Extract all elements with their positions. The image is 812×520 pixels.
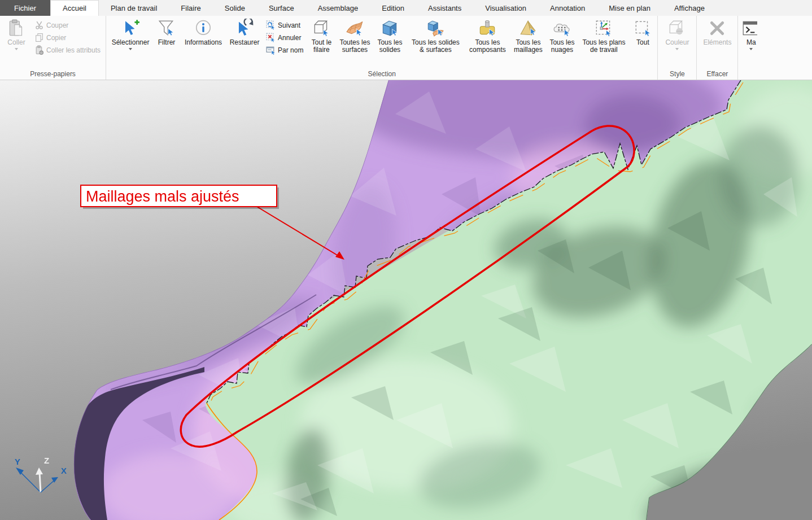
color-style-label: Couleur	[665, 39, 689, 46]
ribbon-group-selection: Sélectionner Filtrer Informations Restau…	[106, 16, 658, 80]
filter-button[interactable]: Filtrer	[153, 16, 180, 46]
erase-elements-button[interactable]: Eléments	[699, 16, 736, 46]
all-solids-button[interactable]: Tous lessolides	[373, 16, 406, 54]
color-style-icon	[667, 19, 687, 38]
all-wireframe-button[interactable]: Tout lefilaire	[307, 16, 336, 54]
select-all-button[interactable]: Tout	[630, 16, 656, 46]
ribbon-group-clipboard: Coller Couper Copier Coller les attribut…	[0, 16, 106, 80]
select-all-box-icon	[633, 19, 652, 38]
scissors-icon	[34, 20, 44, 30]
all-solids-surfaces-button[interactable]: Tous les solides& surfaces	[406, 16, 465, 54]
dropdown-caret	[749, 48, 753, 50]
ribbon-group-style: Couleur Style	[658, 16, 697, 80]
solid-cube-icon	[380, 19, 399, 38]
by-name-window-icon	[266, 45, 276, 55]
tab-assemblage[interactable]: Assemblage	[306, 0, 370, 16]
erase-x-icon	[708, 19, 727, 38]
restore-button[interactable]: Restaurer	[226, 16, 263, 46]
axis-z-label: Z	[44, 456, 49, 465]
all-surfaces-button[interactable]: Toutes lessurfaces	[336, 16, 373, 54]
paste-label: Coller	[7, 39, 25, 46]
surface-mesh-icon	[345, 19, 364, 38]
viewport-canvas[interactable]: Maillages mals ajustés Y Z X	[0, 80, 812, 520]
paste-attributes-icon	[34, 45, 44, 55]
select-label: Sélectionner	[112, 39, 150, 46]
paste-attributes-button[interactable]: Coller les attributs	[34, 45, 101, 55]
axis-y-label: Y	[15, 457, 20, 466]
select-button[interactable]: Sélectionner	[108, 16, 153, 50]
tab-mise-en-plan[interactable]: Mise en plan	[597, 0, 662, 16]
all-clouds-button[interactable]: Tous lesnuages	[546, 16, 578, 54]
point-cloud-icon	[552, 19, 571, 38]
select-by-name-button[interactable]: Par nom	[266, 45, 303, 55]
macros-button[interactable]: Ma	[741, 16, 757, 50]
ribbon-group-overflow: Ma	[738, 16, 757, 80]
erase-elements-label: Eléments	[703, 39, 731, 46]
all-wireframe-label: Tout lefilaire	[312, 39, 331, 54]
component-icon	[478, 19, 497, 38]
tab-edition[interactable]: Edition	[370, 0, 416, 16]
tab-affichage[interactable]: Affichage	[662, 0, 717, 16]
application-window: Fichier Accueil Plan de travail Filaire …	[0, 0, 812, 520]
cursor-plus-icon	[121, 19, 140, 38]
select-all-label: Tout	[636, 39, 649, 46]
cut-button[interactable]: Couper	[34, 20, 101, 30]
tab-plan-de-travail[interactable]: Plan de travail	[99, 0, 169, 16]
copy-button[interactable]: Copier	[34, 33, 101, 42]
tab-visualisation[interactable]: Visualisation	[473, 0, 538, 16]
mesh-pyramid-icon	[518, 19, 538, 38]
color-style-button[interactable]: Couleur	[660, 16, 695, 50]
annotation-text: Maillages mals ajustés	[86, 188, 239, 205]
all-clouds-label: Tous lesnuages	[549, 39, 574, 54]
next-selection-button[interactable]: Suivant	[266, 20, 303, 30]
group-label-selection: Sélection	[108, 69, 656, 80]
all-workplanes-label: Tous les plansde travail	[582, 39, 625, 54]
ribbon: Coller Couper Copier Coller les attribut…	[0, 16, 812, 80]
wireframe-cube-icon	[312, 19, 331, 38]
group-label-clipboard: Presse-papiers	[2, 69, 104, 80]
group-label-erase: Effacer	[699, 69, 736, 80]
tab-filaire[interactable]: Filaire	[169, 0, 212, 16]
info-icon	[194, 19, 213, 38]
all-workplanes-button[interactable]: Tous les plansde travail	[578, 16, 630, 54]
tab-fichier[interactable]: Fichier	[0, 0, 50, 16]
cancel-selection-icon	[266, 33, 276, 42]
ribbon-tab-bar: Fichier Accueil Plan de travail Filaire …	[0, 0, 812, 16]
tab-solide[interactable]: Solide	[213, 0, 257, 16]
ribbon-group-erase: Eléments Effacer	[697, 16, 738, 80]
all-components-label: Tous lescomposants	[469, 39, 506, 54]
restore-label: Restaurer	[230, 39, 260, 46]
annotation-label[interactable]: Maillages mals ajustés	[81, 185, 279, 209]
refresh-selection-icon	[266, 20, 276, 30]
all-meshes-button[interactable]: Tous lesmaillages	[510, 16, 546, 54]
all-solids-surfaces-label: Tous les solides& surfaces	[412, 39, 460, 54]
tab-assistants[interactable]: Assistants	[416, 0, 473, 16]
dropdown-caret	[675, 48, 679, 50]
informations-button[interactable]: Informations	[180, 16, 226, 46]
tab-surface[interactable]: Surface	[257, 0, 306, 16]
all-meshes-label: Tous lesmaillages	[514, 39, 543, 54]
all-surfaces-label: Toutes lessurfaces	[339, 39, 370, 54]
cancel-selection-button[interactable]: Annuler	[266, 33, 303, 42]
tab-accueil[interactable]: Accueil	[50, 0, 99, 16]
workplane-icon	[594, 19, 613, 38]
all-solids-label: Tous lessolides	[377, 39, 402, 54]
filter-funnel-icon	[157, 19, 176, 38]
axis-x-label: X	[61, 466, 67, 475]
paste-button[interactable]: Coller	[2, 16, 31, 50]
viewport-3d[interactable]: Maillages mals ajustés Y Z X	[0, 80, 812, 520]
solid-surface-icon	[426, 19, 445, 38]
filter-label: Filtrer	[158, 39, 176, 46]
cursor-undo-icon	[235, 19, 254, 38]
informations-label: Informations	[185, 39, 222, 46]
paste-icon	[7, 19, 26, 38]
tab-annotation[interactable]: Annotation	[538, 0, 597, 16]
dropdown-caret	[129, 48, 132, 50]
all-components-button[interactable]: Tous lescomposants	[465, 16, 510, 54]
macros-console-icon	[741, 19, 757, 38]
group-label-style: Style	[660, 69, 695, 80]
copy-icon	[34, 33, 44, 42]
macros-label: Ma	[746, 39, 756, 46]
dropdown-caret	[15, 48, 18, 50]
